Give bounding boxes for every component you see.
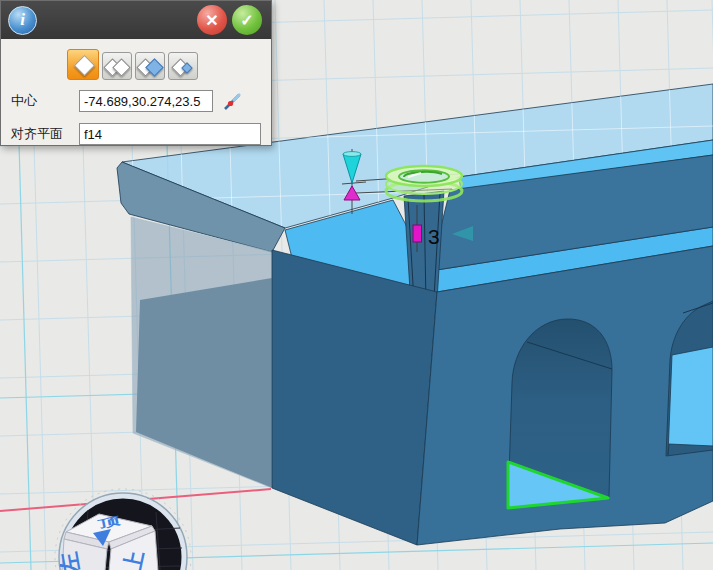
cyan-cone-cap (343, 152, 361, 157)
toggle-point-mode-pair-blue[interactable] (135, 52, 165, 80)
arch-right-through-face[interactable] (668, 347, 713, 455)
toggle-point-mode-pair[interactable] (102, 52, 132, 80)
info-icon[interactable]: i (8, 6, 37, 35)
confirm-button[interactable]: ✓ (232, 5, 262, 35)
center-field-label: 中心 (9, 92, 79, 110)
toggle-point-mode-center-point[interactable] (168, 52, 198, 80)
point-input-dialog: i ✕ ✓ 中心 (0, 0, 272, 146)
cad-viewport: 3 顶 左 上 i ✕ ✓ (0, 0, 713, 570)
toggle-point-mode-single[interactable] (67, 49, 99, 80)
diamond-icon (74, 55, 95, 76)
confirm-icon: ✓ (240, 11, 253, 30)
center-coordinates-input[interactable] (79, 90, 213, 112)
point-mode-toggle-group (67, 49, 263, 80)
align-plane-label: 对齐平面 (9, 125, 79, 143)
cancel-button[interactable]: ✕ (197, 5, 227, 35)
point-picker-icon[interactable] (220, 89, 244, 113)
align-plane-field-row: 对齐平面 (9, 123, 263, 145)
align-plane-input[interactable] (79, 123, 261, 145)
center-field-row: 中心 (9, 89, 263, 113)
dialog-title-bar: i ✕ ✓ (1, 1, 271, 39)
dialog-body: 中心 对齐平面 (1, 39, 271, 145)
dimension-value[interactable]: 3 (428, 225, 440, 248)
magenta-drag-box[interactable] (413, 225, 422, 242)
info-glyph: i (20, 10, 25, 30)
cancel-icon: ✕ (205, 11, 218, 30)
